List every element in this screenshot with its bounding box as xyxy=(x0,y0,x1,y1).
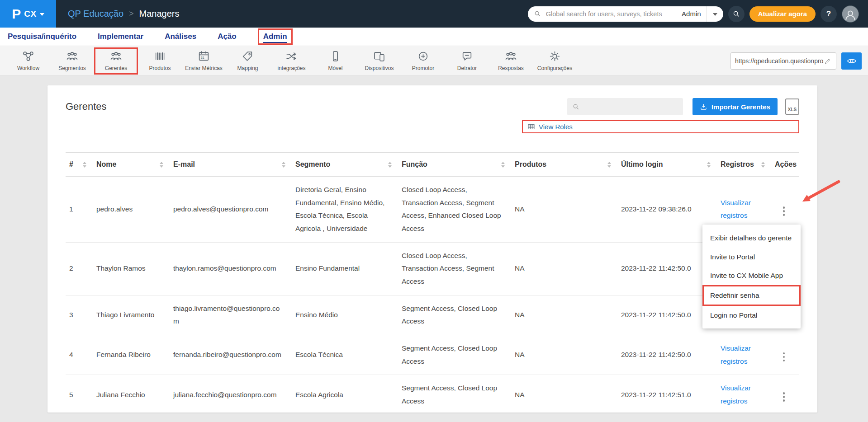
managers-icon xyxy=(110,50,122,62)
user-avatar[interactable] xyxy=(842,5,859,23)
view-logs-link[interactable]: Visualizar registros xyxy=(721,344,751,365)
preview-button[interactable] xyxy=(841,52,862,70)
sort-icon[interactable] xyxy=(160,162,167,168)
portal-url-input[interactable] xyxy=(735,57,824,65)
workflow-icon xyxy=(22,50,34,62)
card-header: Gerentes Importar Gerentes XLS xyxy=(66,98,799,115)
toolbar-item-promotor[interactable]: Promotor xyxy=(401,47,445,75)
xls-export-icon[interactable]: XLS xyxy=(785,98,799,115)
cell-segmento: Ensino Fundamental xyxy=(292,242,398,295)
cell-ultimo-login: 2023-11-22 11:42:50.0 xyxy=(617,335,717,375)
send-metrics-icon xyxy=(198,50,210,62)
cell-num: 1 xyxy=(66,177,93,243)
toolbar-item-gerentes[interactable]: Gerentes xyxy=(94,47,138,75)
view-logs-link[interactable]: Visualizar registros xyxy=(721,384,751,405)
menu-item-login-no-portal[interactable]: Login no Portal xyxy=(702,306,801,325)
cell-produtos: NA xyxy=(511,335,617,375)
cell-funcao: Closed Loop Access, Transaction Access, … xyxy=(398,242,511,295)
menu-item-invite-to-portal[interactable]: Invite to Portal xyxy=(702,248,801,267)
tab-analises[interactable]: Análises xyxy=(165,32,196,41)
sort-icon[interactable] xyxy=(607,162,615,168)
promoter-icon xyxy=(417,50,429,62)
responses-icon xyxy=(505,50,517,62)
toolbar-item-produtos[interactable]: Produtos xyxy=(138,47,182,75)
settings-icon xyxy=(549,50,561,62)
help-button[interactable]: ? xyxy=(821,6,837,22)
import-managers-button[interactable]: Importar Gerentes xyxy=(693,98,778,115)
view-roles-link[interactable]: View Roles xyxy=(539,123,573,131)
toolbar-item-enviar-metricas[interactable]: Enviar Métricas xyxy=(182,47,226,75)
person-icon xyxy=(844,9,857,22)
toolbar-item-integracoes[interactable]: integrações xyxy=(270,47,313,75)
sort-icon[interactable] xyxy=(501,162,508,168)
row-actions-kebab-icon[interactable] xyxy=(780,389,788,404)
sort-icon[interactable] xyxy=(83,162,90,168)
update-now-button[interactable]: Atualizar agora xyxy=(749,6,816,22)
cell-num: 2 xyxy=(66,242,93,295)
table-row: 5 Juliana Fecchio juliana.fecchio@questi… xyxy=(66,375,799,413)
questionpro-logo: P xyxy=(12,6,21,22)
tab-acao[interactable]: Ação xyxy=(218,32,237,41)
table-row: 2 Thaylon Ramos thaylon.ramos@questionpr… xyxy=(66,242,799,295)
view-roles-row: View Roles xyxy=(66,120,799,133)
col-header-acoes: Ações xyxy=(771,153,799,177)
row-actions-kebab-icon[interactable] xyxy=(780,350,788,365)
global-search-button[interactable] xyxy=(728,6,745,22)
eye-icon xyxy=(847,56,857,66)
search-scope-selector[interactable]: Admin xyxy=(676,6,707,22)
toolbar-item-respostas[interactable]: Respostas xyxy=(489,47,533,75)
toolbar-item-segmentos[interactable]: Segmentos xyxy=(50,47,94,75)
view-roles-annotation-box: View Roles xyxy=(522,120,799,133)
toolbar-item-detrator[interactable]: Detrator xyxy=(445,47,489,75)
detractor-icon xyxy=(461,50,473,62)
sort-icon[interactable] xyxy=(282,162,289,168)
cell-email: thaylon.ramos@questionpro.com xyxy=(170,242,292,295)
cell-produtos: NA xyxy=(511,242,617,295)
cell-email: fernanda.ribeiro@questionpro.com xyxy=(170,335,292,375)
cell-ultimo-login: 2023-11-22 09:38:26.0 xyxy=(617,177,717,243)
cell-funcao: Segment Access, Closed Loop Access xyxy=(398,335,511,375)
import-download-icon xyxy=(700,103,707,111)
sort-icon[interactable] xyxy=(761,162,768,168)
main-nav: Pesquisa/inquérito Implementar Análises … xyxy=(0,28,868,46)
managers-search xyxy=(567,98,683,115)
roles-table-icon xyxy=(527,123,535,131)
toolbar-item-workflow[interactable]: Workflow xyxy=(6,47,50,75)
col-header-nome: Nome xyxy=(93,153,170,177)
menu-item-redefinir-senha[interactable]: Redefinir senha xyxy=(702,285,801,306)
cell-registros: Visualizar registros xyxy=(717,335,771,375)
sort-icon[interactable] xyxy=(707,162,714,168)
menu-item-invite-to-cx-mobile-app[interactable]: Invite to CX Mobile App xyxy=(702,266,801,285)
col-header-email: E-mail xyxy=(170,153,292,177)
tab-admin[interactable]: Admin xyxy=(258,28,293,45)
sort-icon[interactable] xyxy=(388,162,395,168)
tab-pesquisa-inquerito[interactable]: Pesquisa/inquérito xyxy=(8,32,76,41)
row-actions-kebab-icon[interactable] xyxy=(780,204,788,219)
cell-produtos: NA xyxy=(511,375,617,413)
cell-ultimo-login: 2023-11-22 11:42:51.0 xyxy=(617,375,717,413)
product-switcher[interactable]: P CX xyxy=(0,0,56,28)
breadcrumb-org-link[interactable]: QP Educação xyxy=(68,9,123,19)
admin-toolbar: Workflow Segmentos Gerentes Produtos Env… xyxy=(0,46,868,76)
cell-ultimo-login: 2023-11-22 11:42:50.0 xyxy=(617,242,717,295)
search-icon xyxy=(732,10,740,18)
view-logs-link[interactable]: Visualizar registros xyxy=(721,199,751,220)
col-header-ultimo-login: Último login xyxy=(617,153,717,177)
toolbar-item-dispositivos[interactable]: Dispositivos xyxy=(357,47,401,75)
edit-pencil-icon[interactable] xyxy=(824,57,832,65)
cell-nome: Thaylon Ramos xyxy=(93,242,170,295)
product-label: CX xyxy=(24,9,36,19)
global-search-input[interactable] xyxy=(541,10,676,18)
toolbar-item-mapping[interactable]: Mapping xyxy=(226,47,270,75)
managers-search-input[interactable] xyxy=(583,103,678,110)
toolbar-item-configuracoes[interactable]: Configurações xyxy=(533,47,577,75)
tab-implementar[interactable]: Implementar xyxy=(98,32,143,41)
mobile-icon xyxy=(329,50,342,62)
products-icon xyxy=(154,50,166,62)
search-scope-caret[interactable] xyxy=(707,6,723,22)
cell-segmento: Escola Agricola xyxy=(292,375,398,413)
menu-item-exibir-detalhes[interactable]: Exibir detalhes do gerente xyxy=(702,229,801,248)
devices-icon xyxy=(373,50,385,62)
toolbar-item-movel[interactable]: Móvel xyxy=(313,47,357,75)
cell-nome: pedro.alves xyxy=(93,177,170,243)
